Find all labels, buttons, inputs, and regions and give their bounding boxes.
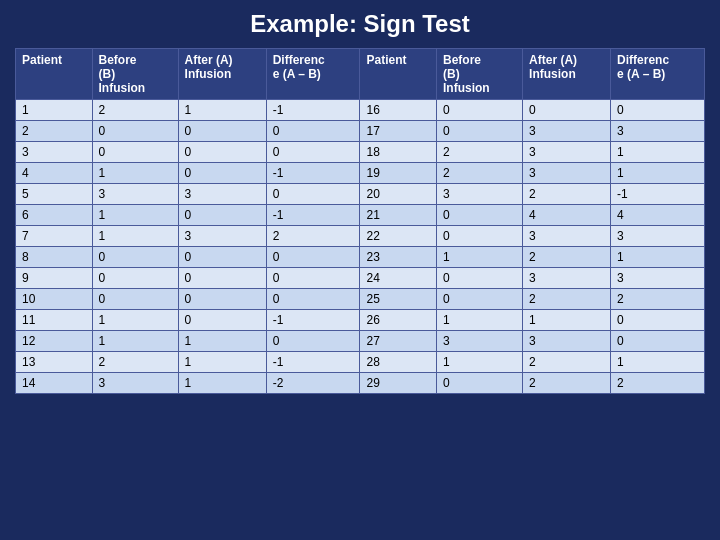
table-cell: 2: [523, 247, 611, 268]
table-cell: 0: [92, 247, 178, 268]
table-cell: 11: [16, 310, 93, 331]
table-cell: 3: [92, 373, 178, 394]
table-cell: 10: [16, 289, 93, 310]
table-cell: 2: [92, 352, 178, 373]
table-cell: 0: [436, 268, 522, 289]
table-cell: 2: [523, 289, 611, 310]
table-cell: 0: [92, 142, 178, 163]
table-cell: 20: [360, 184, 437, 205]
table-row: 800023121: [16, 247, 705, 268]
table-cell: 0: [611, 310, 705, 331]
table-cell: 21: [360, 205, 437, 226]
table-row: 1000025022: [16, 289, 705, 310]
table-cell: 29: [360, 373, 437, 394]
table-cell: 1: [178, 100, 266, 121]
table-cell: 2: [266, 226, 360, 247]
table-cell: 1: [92, 226, 178, 247]
table-cell: -1: [266, 163, 360, 184]
table-cell: 2: [523, 352, 611, 373]
table-cell: 3: [611, 226, 705, 247]
table-cell: 6: [16, 205, 93, 226]
table-cell: 25: [360, 289, 437, 310]
table-cell: 1: [436, 247, 522, 268]
table-cell: 0: [266, 331, 360, 352]
table-cell: 0: [436, 100, 522, 121]
table-cell: 3: [523, 163, 611, 184]
table-cell: 0: [92, 268, 178, 289]
table-cell: 2: [436, 163, 522, 184]
table-cell: 1: [92, 331, 178, 352]
table-row: 1110-126110: [16, 310, 705, 331]
table-cell: 1: [611, 352, 705, 373]
table-cell: 1: [16, 100, 93, 121]
table-row: 1431-229022: [16, 373, 705, 394]
table-cell: 1: [92, 205, 178, 226]
table-cell: 0: [178, 163, 266, 184]
table-cell: 1: [611, 247, 705, 268]
table-row: 121-116000: [16, 100, 705, 121]
page-title: Example: Sign Test: [250, 10, 470, 38]
data-table: Patient Before(B)Infusion After (A)Infus…: [15, 48, 705, 394]
table-cell: -1: [266, 205, 360, 226]
table-cell: 3: [178, 226, 266, 247]
table-body: 121-116000200017033300018231410-11923153…: [16, 100, 705, 394]
table-cell: 1: [92, 310, 178, 331]
table-cell: 0: [266, 247, 360, 268]
table-cell: 0: [178, 289, 266, 310]
table-cell: 19: [360, 163, 437, 184]
table-cell: 0: [178, 310, 266, 331]
table-cell: 3: [16, 142, 93, 163]
table-row: 900024033: [16, 268, 705, 289]
table-cell: 3: [436, 184, 522, 205]
table-cell: 1: [436, 310, 522, 331]
table-cell: 18: [360, 142, 437, 163]
table-cell: 0: [266, 142, 360, 163]
col-header-before-b1: Before(B)Infusion: [92, 49, 178, 100]
table-cell: 1: [178, 352, 266, 373]
table-cell: 2: [523, 184, 611, 205]
table-cell: 0: [92, 289, 178, 310]
table-cell: 0: [266, 289, 360, 310]
table-cell: 3: [611, 121, 705, 142]
table-cell: 0: [523, 100, 611, 121]
page: Example: Sign Test Patient Before(B)Infu…: [0, 0, 720, 540]
table-cell: -1: [266, 310, 360, 331]
table-row: 300018231: [16, 142, 705, 163]
table-container: Patient Before(B)Infusion After (A)Infus…: [15, 48, 705, 394]
table-cell: 0: [266, 121, 360, 142]
table-row: 713222033: [16, 226, 705, 247]
table-cell: 24: [360, 268, 437, 289]
table-cell: 0: [436, 373, 522, 394]
table-cell: 22: [360, 226, 437, 247]
table-cell: 2: [92, 100, 178, 121]
table-cell: 0: [436, 289, 522, 310]
table-cell: 27: [360, 331, 437, 352]
table-cell: 1: [92, 163, 178, 184]
table-cell: 0: [92, 121, 178, 142]
table-cell: 14: [16, 373, 93, 394]
table-cell: -1: [266, 352, 360, 373]
table-cell: 0: [178, 121, 266, 142]
table-cell: 7: [16, 226, 93, 247]
table-row: 1321-128121: [16, 352, 705, 373]
table-cell: 1: [178, 373, 266, 394]
table-cell: 3: [523, 268, 611, 289]
table-cell: 0: [178, 268, 266, 289]
table-cell: 0: [266, 184, 360, 205]
table-cell: 13: [16, 352, 93, 373]
table-cell: 3: [523, 142, 611, 163]
table-cell: 1: [611, 142, 705, 163]
table-cell: 0: [178, 142, 266, 163]
table-cell: 3: [523, 331, 611, 352]
table-cell: 1: [523, 310, 611, 331]
table-cell: 26: [360, 310, 437, 331]
table-cell: 3: [92, 184, 178, 205]
col-header-diff1: Difference (A – B): [266, 49, 360, 100]
table-cell: 12: [16, 331, 93, 352]
table-cell: 17: [360, 121, 437, 142]
table-cell: 0: [266, 268, 360, 289]
table-cell: 4: [611, 205, 705, 226]
table-cell: 5: [16, 184, 93, 205]
table-cell: 3: [523, 121, 611, 142]
table-cell: -1: [266, 100, 360, 121]
